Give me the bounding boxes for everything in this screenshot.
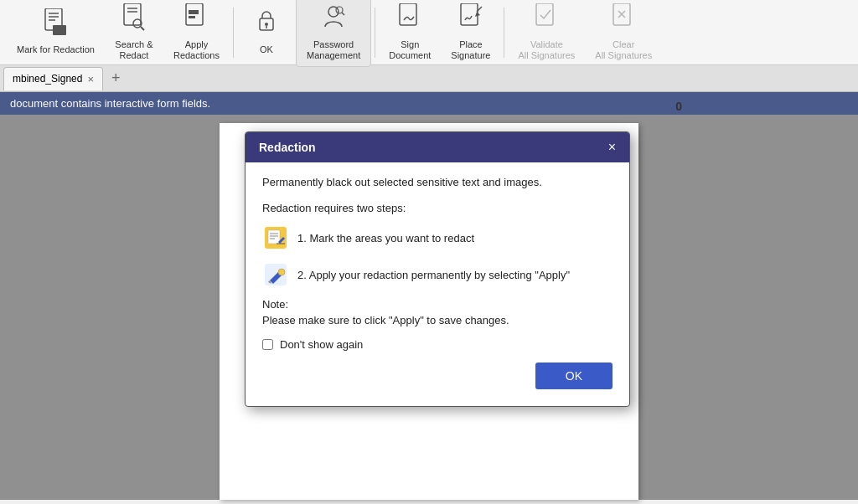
place-signature-icon [458,3,483,36]
info-bar: document contains interactive form field… [0,92,858,115]
modal-title: Redaction [259,141,316,154]
modal-header: Redaction × [246,132,629,162]
tab-bar: mbined_Signed × + [0,65,858,92]
tab-label: mbined_Signed [13,73,82,85]
modal-body: Permanently black out selected sensitive… [246,162,629,406]
document-page: Paid Amount : Note:. Redaction × Permane… [220,123,638,500]
validate-all-label: ValidateAll Signatures [518,39,575,61]
modal-steps-label: Redaction requires two steps: [262,202,612,214]
step1-icon [262,224,289,251]
toolbar-password[interactable]: OK [237,3,296,60]
step1-text: 1. Mark the areas you want to redact [297,232,474,244]
toolbar-search-redact[interactable]: Search &Redact [105,0,163,66]
sep2 [375,8,375,58]
toolbar-apply-redactions[interactable]: ApplyRedactions [163,0,230,66]
mark-redaction-label: Mark for Redaction [17,44,95,55]
apply-redactions-icon [183,3,209,36]
dont-show-checkbox[interactable] [262,339,273,350]
toolbar-clear-all[interactable]: ClearAll Signatures [585,0,662,66]
tab-add-button[interactable]: + [106,69,126,87]
modal-overlay: Redaction × Permanently black out select… [220,123,638,500]
search-redact-label: Search &Redact [115,39,152,61]
svg-point-17 [336,7,343,13]
password-icon [254,8,279,41]
svg-point-35 [278,269,285,275]
clear-all-icon [611,3,636,36]
modal-step2: 2. Apply your redaction permanently by s… [262,261,612,288]
step2-icon [262,261,289,288]
svg-rect-20 [461,3,478,25]
password-management-icon [321,3,346,36]
toolbar-password-management[interactable]: PasswordManagement [296,0,371,67]
password-label: OK [260,44,273,55]
svg-rect-12 [189,16,195,18]
toolbar-mark-redaction[interactable]: Mark for Redaction [7,3,105,60]
modal-note-detail: Please make sure to click "Apply" to sav… [262,314,612,327]
svg-line-9 [141,27,144,30]
ok-button[interactable]: OK [535,363,612,389]
svg-rect-11 [189,10,199,14]
page-number: 0 [675,100,682,113]
toolbar-place-signature[interactable]: PlaceSignature [441,0,500,66]
dont-show-label[interactable]: Don't show again [280,338,363,351]
svg-rect-19 [400,3,416,25]
search-redact-icon [121,3,147,36]
clear-all-label: ClearAll Signatures [595,39,652,61]
sep3 [504,8,504,58]
toolbar: Mark for Redaction Search &Redact ApplyR… [0,0,858,65]
sep1 [233,8,234,58]
apply-redactions-label: ApplyRedactions [173,39,220,61]
svg-point-14 [265,23,268,26]
step2-text: 2. Apply your redaction permanently by s… [297,269,570,281]
toolbar-validate-all[interactable]: ValidateAll Signatures [508,0,585,66]
modal-checkbox-row: Don't show again [262,338,612,351]
svg-rect-5 [124,3,141,25]
toolbar-sign-document[interactable]: SignDocument [379,0,441,66]
modal-description: Permanently black out selected sensitive… [262,176,612,188]
sign-document-label: SignDocument [389,39,431,61]
validate-all-icon [534,3,559,36]
modal-step1: 1. Mark the areas you want to redact [262,224,612,251]
modal-close-button[interactable]: × [608,141,616,154]
svg-rect-4 [53,25,66,35]
tab-close-button[interactable]: × [87,73,94,85]
redaction-modal: Redaction × Permanently black out select… [245,131,630,407]
svg-line-18 [342,13,344,15]
document-area: 0 Paid Amount : Note:. Redaction × Perma… [0,115,858,500]
mark-redaction-icon [43,8,68,41]
info-message: document contains interactive form field… [10,97,210,110]
svg-rect-23 [536,3,553,25]
place-signature-label: PlaceSignature [451,39,490,61]
modal-note-label: Note: [262,298,612,311]
svg-rect-28 [268,230,280,244]
password-management-label: PasswordManagement [307,39,360,61]
tab-combined-signed[interactable]: mbined_Signed × [3,67,103,90]
sign-document-icon [397,3,422,36]
modal-footer: OK [262,363,612,393]
